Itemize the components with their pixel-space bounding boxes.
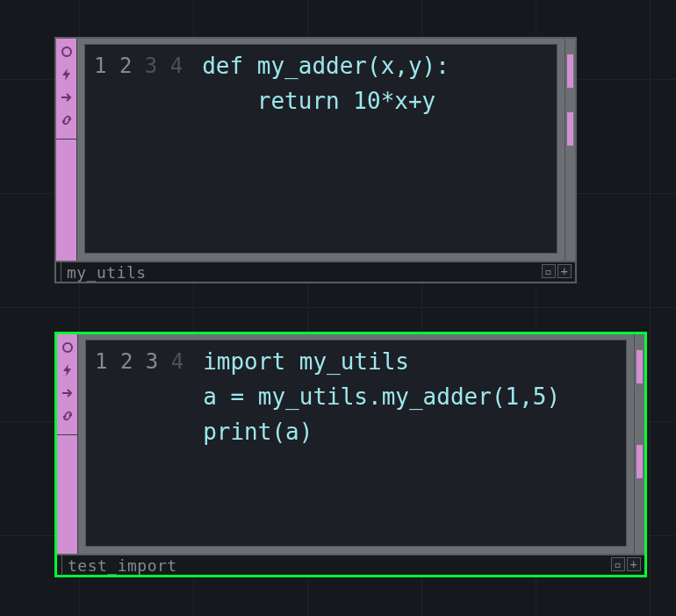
code-content[interactable]: import my_utils a = my_utils.my_adder(1,…	[192, 340, 560, 546]
circle-icon[interactable]	[60, 340, 76, 355]
tool-column-spacer	[56, 139, 77, 261]
line-number-gutter: 1 2 3 4	[86, 340, 192, 546]
tool-column	[57, 334, 78, 434]
node-my_utils[interactable]: 1 2 3 4 def my_adder(x,y): return 10*x+y…	[54, 37, 577, 283]
line-number-gutter: 1 2 3 4	[85, 45, 191, 253]
link-icon[interactable]	[59, 112, 75, 128]
footer-open-button[interactable]: ▫	[542, 264, 556, 278]
footer-add-button[interactable]: +	[557, 264, 572, 278]
scroll-nub[interactable]	[567, 112, 573, 146]
svg-point-0	[62, 47, 71, 56]
code-editor[interactable]: 1 2 3 4 import my_utils a = my_utils.my_…	[85, 340, 627, 547]
scroll-nub[interactable]	[567, 54, 573, 88]
tool-column-spacer	[57, 434, 78, 554]
arrow-right-icon[interactable]	[60, 385, 76, 401]
bolt-icon[interactable]	[60, 362, 76, 378]
node-footer: my_utils▫+	[56, 261, 575, 282]
tool-column	[56, 39, 77, 139]
code-editor[interactable]: 1 2 3 4 def my_adder(x,y): return 10*x+y	[84, 44, 557, 254]
circle-icon[interactable]	[59, 44, 75, 60]
scroll-nub[interactable]	[636, 445, 643, 478]
footer-add-button[interactable]: +	[627, 557, 641, 571]
arrow-right-icon[interactable]	[59, 90, 75, 105]
scroll-rail[interactable]	[565, 39, 575, 261]
svg-point-1	[63, 343, 72, 352]
link-icon[interactable]	[60, 408, 76, 424]
bolt-icon[interactable]	[59, 67, 75, 82]
node-test_import[interactable]: 1 2 3 4 import my_utils a = my_utils.my_…	[54, 332, 647, 577]
footer-open-button[interactable]: ▫	[611, 557, 625, 571]
node-name-label: my_utils	[61, 263, 147, 282]
scroll-rail[interactable]	[634, 334, 644, 554]
code-content[interactable]: def my_adder(x,y): return 10*x+y	[191, 45, 449, 253]
node-name-label: test_import	[62, 556, 177, 575]
scroll-nub[interactable]	[636, 350, 643, 383]
node-footer: test_import▫+	[57, 554, 644, 575]
